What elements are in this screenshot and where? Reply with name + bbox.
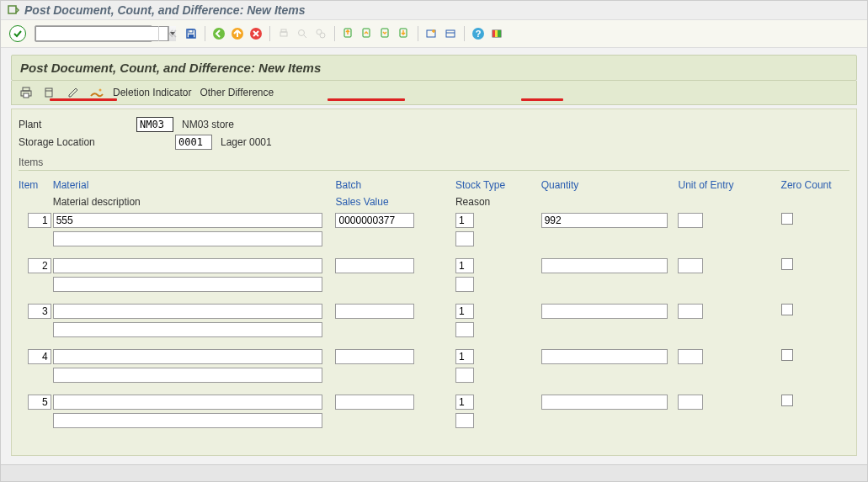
table-row <box>19 257 849 275</box>
cancel-icon[interactable] <box>248 26 264 41</box>
exit-icon[interactable] <box>230 26 245 41</box>
material-description-input[interactable] <box>53 277 322 292</box>
last-page-icon[interactable] <box>397 26 412 41</box>
customize-icon[interactable] <box>489 26 504 41</box>
col-stock-type[interactable]: Stock Type <box>455 177 541 194</box>
material-description-input[interactable] <box>53 231 322 246</box>
storage-location-description: Lager 0001 <box>221 136 272 148</box>
stock-type-input[interactable] <box>455 258 474 273</box>
material-description-input[interactable] <box>53 368 322 383</box>
zero-count-checkbox[interactable] <box>781 213 793 225</box>
deletion-indicator-button[interactable]: Deletion Indicator <box>113 87 191 98</box>
ok-enter-button[interactable] <box>9 25 26 42</box>
col-unit-of-entry[interactable]: Unit of Entry <box>678 177 780 194</box>
main-panel: Plant NM03 store Storage Location Lager … <box>11 109 857 456</box>
zero-count-checkbox[interactable] <box>781 304 793 315</box>
col-sales-value[interactable]: Sales Value <box>335 194 455 211</box>
new-session-icon[interactable] <box>424 26 439 41</box>
next-page-icon[interactable] <box>378 26 393 41</box>
batch-input[interactable] <box>335 395 414 410</box>
col-material[interactable]: Material <box>53 177 336 194</box>
quantity-input[interactable] <box>541 304 668 319</box>
col-item[interactable]: Item <box>19 177 53 194</box>
quantity-input[interactable] <box>541 213 668 228</box>
back-double-icon <box>165 26 180 41</box>
zero-count-checkbox[interactable] <box>781 395 793 406</box>
items-section-title: Items <box>19 156 849 168</box>
svg-rect-7 <box>281 29 286 32</box>
prev-page-icon[interactable] <box>359 26 375 41</box>
stock-type-input[interactable] <box>455 213 474 228</box>
svg-point-3 <box>213 28 225 40</box>
zero-count-checkbox[interactable] <box>781 258 793 270</box>
help-icon[interactable]: ? <box>471 26 486 41</box>
batch-input[interactable] <box>335 258 414 273</box>
reason-input[interactable] <box>455 413 474 428</box>
reason-input[interactable] <box>455 368 474 383</box>
items-table: Item Material Batch Stock Type Quantity … <box>19 177 849 438</box>
col-reason: Reason <box>455 194 541 211</box>
reason-input[interactable] <box>455 277 474 292</box>
item-number-field <box>28 213 51 228</box>
plant-code-input[interactable] <box>136 117 173 132</box>
table-row-detail <box>19 275 849 302</box>
batch-input[interactable] <box>335 349 414 364</box>
unit-of-entry-input[interactable] <box>678 213 703 228</box>
unit-of-entry-input[interactable] <box>678 395 703 410</box>
find-icon <box>295 26 310 41</box>
svg-text:?: ? <box>476 29 482 39</box>
quantity-input[interactable] <box>541 258 668 273</box>
window-title: Post Document, Count, and Difference: Ne… <box>24 3 305 17</box>
stock-type-input[interactable] <box>455 304 474 319</box>
svg-rect-25 <box>24 93 29 98</box>
unit-of-entry-input[interactable] <box>678 258 703 273</box>
svg-rect-2 <box>189 34 194 38</box>
find-next-icon <box>313 26 328 41</box>
table-row-detail <box>19 411 849 438</box>
table-row <box>19 347 849 366</box>
svg-rect-21 <box>495 30 498 37</box>
layout-icon[interactable] <box>443 26 458 41</box>
table-row <box>19 393 849 411</box>
material-input[interactable] <box>53 304 322 319</box>
material-description-input[interactable] <box>53 413 322 428</box>
print-icon <box>276 26 291 41</box>
col-batch[interactable]: Batch <box>335 177 455 194</box>
svg-rect-16 <box>446 30 455 37</box>
zero-count-checkbox[interactable] <box>781 349 793 361</box>
quantity-input[interactable] <box>541 395 668 410</box>
print-preview-icon[interactable] <box>19 85 34 100</box>
table-row-detail <box>19 366 849 393</box>
col-quantity[interactable]: Quantity <box>541 177 679 194</box>
col-zero-count[interactable]: Zero Count <box>781 177 849 194</box>
material-description-input[interactable] <box>53 322 322 337</box>
first-page-icon[interactable] <box>341 26 356 41</box>
svg-rect-24 <box>23 87 29 91</box>
window-menu-icon[interactable] <box>8 4 19 16</box>
item-number-field <box>28 304 51 319</box>
material-input[interactable] <box>53 258 322 273</box>
unit-of-entry-input[interactable] <box>678 349 703 364</box>
app-toolbar: Deletion Indicator Other Difference <box>11 81 857 105</box>
page-title: Post Document, Count, and Difference: Ne… <box>11 55 857 81</box>
unit-of-entry-input[interactable] <box>678 304 703 319</box>
quantity-input[interactable] <box>541 349 668 364</box>
save-icon[interactable] <box>184 26 199 41</box>
material-input[interactable] <box>53 213 322 228</box>
stock-type-input[interactable] <box>455 349 474 364</box>
material-input[interactable] <box>53 395 322 410</box>
back-icon[interactable] <box>211 26 226 41</box>
storage-location-input[interactable] <box>175 135 212 150</box>
plant-label: Plant <box>19 119 128 130</box>
table-row-detail <box>19 320 849 347</box>
svg-point-27 <box>99 89 102 92</box>
batch-input[interactable] <box>335 304 414 319</box>
stock-type-input[interactable] <box>455 395 474 410</box>
item-number-field <box>28 349 51 364</box>
command-field[interactable] <box>35 26 168 41</box>
material-input[interactable] <box>53 349 322 364</box>
other-difference-button[interactable]: Other Difference <box>200 87 274 98</box>
reason-input[interactable] <box>455 231 474 246</box>
reason-input[interactable] <box>455 322 474 337</box>
batch-input[interactable] <box>335 213 414 228</box>
